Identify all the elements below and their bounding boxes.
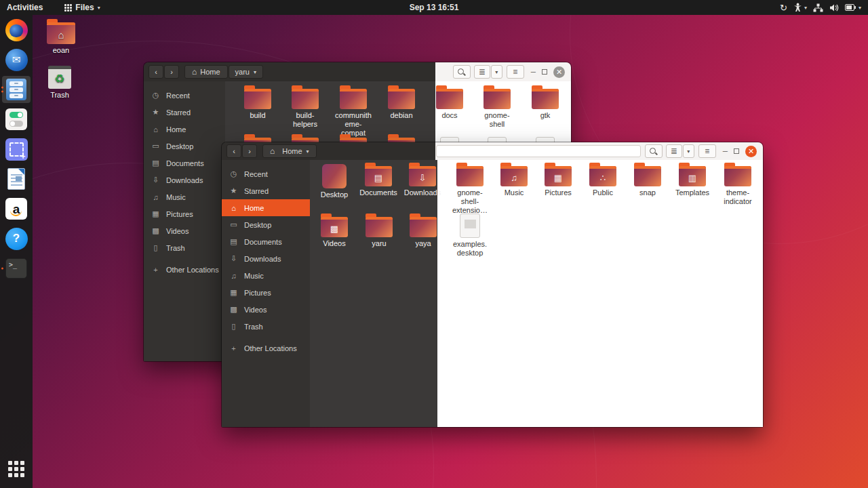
files-icon <box>6 79 26 100</box>
dock-item-terminal[interactable]: >_ <box>0 253 33 283</box>
accessibility-menu[interactable]: ▾ <box>793 3 807 12</box>
file-item[interactable]: Desktop <box>313 161 356 199</box>
menu-button[interactable]: ≡ <box>698 144 716 158</box>
path-button-home[interactable]: ⌂ Home ▾ <box>262 144 317 158</box>
dock-item-amazon[interactable]: a <box>0 194 33 224</box>
sidebar-item-pictures[interactable]: ▦Pictures <box>144 205 225 222</box>
dock-item-libreoffice-writer[interactable] <box>0 164 33 194</box>
maximize-button[interactable] <box>542 69 547 75</box>
location-bar[interactable] <box>436 145 641 157</box>
desktop-icon-trash[interactable]: ♻ Trash <box>39 63 80 99</box>
sidebar-item-music[interactable]: ♫Music <box>222 267 310 284</box>
trash-icon: ▯ <box>229 322 238 331</box>
file-item[interactable]: yaru <box>357 212 401 248</box>
sidebar-item-recent[interactable]: ◷Recent <box>222 165 310 182</box>
network-icon[interactable] <box>813 3 823 12</box>
places-sidebar: ◷Recent ★Starred ⌂Home ▭Desktop ▤Documen… <box>222 160 310 427</box>
file-item[interactable]: ♫Music <box>492 161 536 197</box>
sidebar-item-desktop[interactable]: ▭Desktop <box>144 138 225 155</box>
dock-item-firefox[interactable] <box>0 15 33 45</box>
file-item[interactable]: ⇩Downloads <box>401 161 444 197</box>
file-item[interactable]: gnome- shell- extensio… <box>448 161 492 215</box>
file-item[interactable]: gnome- shell <box>475 84 519 129</box>
back-button[interactable]: ‹ <box>226 144 241 158</box>
search-button[interactable] <box>453 65 471 79</box>
tweaks-icon <box>5 108 27 130</box>
path-button-home[interactable]: ⌂ Home <box>184 65 228 79</box>
path-button-current[interactable]: yaru ▾ <box>229 65 263 79</box>
sidebar-item-starred[interactable]: ★Starred <box>144 104 225 121</box>
sidebar-item-home[interactable]: ⌂Home <box>222 199 310 216</box>
forward-button[interactable]: › <box>242 144 257 158</box>
header-bar: ‹ › ⌂ Home yaru ▾ ≣ ▾ ≡ – ✕ <box>144 62 571 81</box>
view-list-button[interactable]: ≣ <box>474 65 490 79</box>
file-item[interactable]: examples. desktop <box>448 211 492 258</box>
close-button[interactable]: ✕ <box>745 146 757 157</box>
menu-button[interactable]: ≡ <box>507 65 524 79</box>
sidebar-item-videos[interactable]: ▩Videos <box>222 301 310 318</box>
battery-menu[interactable]: ▾ <box>845 4 861 11</box>
plus-icon: + <box>229 344 238 352</box>
dock-item-screenshot-tool[interactable] <box>0 134 33 164</box>
sidebar-item-downloads[interactable]: ⇩Downloads <box>144 171 225 188</box>
sidebar-item-other-locations[interactable]: +Other Locations <box>222 340 310 357</box>
file-item[interactable]: build- helpers <box>283 84 327 129</box>
sidebar-item-documents[interactable]: ▤Documents <box>222 233 310 250</box>
sidebar-item-music[interactable]: ♫Music <box>144 188 225 205</box>
system-tray[interactable]: ↻ ▾ ▾ <box>780 0 865 15</box>
desktop-icon-eoan[interactable]: ⌂ eoan <box>41 18 81 54</box>
file-item[interactable]: yaya <box>401 212 445 248</box>
sidebar-item-trash[interactable]: ▯Trash <box>144 239 225 256</box>
app-menu[interactable]: Files ▾ <box>58 0 106 15</box>
sidebar-item-trash[interactable]: ▯Trash <box>222 318 310 335</box>
sidebar-item-videos[interactable]: ▩Videos <box>144 222 225 239</box>
folder-icon: ⇩ <box>409 166 436 186</box>
forward-button[interactable]: › <box>164 65 179 79</box>
volume-icon[interactable] <box>829 3 839 12</box>
sidebar-item-other-locations[interactable]: +Other Locations <box>144 261 225 278</box>
sidebar-item-recent[interactable]: ◷Recent <box>144 87 225 104</box>
star-icon: ★ <box>229 186 238 195</box>
view-options-button[interactable]: ▾ <box>683 144 694 158</box>
header-bar: ‹ › ⌂ Home ▾ ≣ ▾ ≡ – ✕ <box>222 142 763 160</box>
file-item[interactable]: debian <box>380 84 423 120</box>
file-item[interactable]: build <box>236 84 279 120</box>
sidebar-item-starred[interactable]: ★Starred <box>222 182 310 199</box>
sidebar-item-desktop[interactable]: ▭Desktop <box>222 216 310 233</box>
maximize-button[interactable] <box>734 148 739 154</box>
search-button[interactable] <box>645 144 663 158</box>
file-item[interactable]: theme- indicator <box>716 161 760 206</box>
activities-button[interactable]: Activities <box>0 0 50 15</box>
sidebar-item-pictures[interactable]: ▦Pictures <box>222 284 310 301</box>
folder-icon <box>484 89 511 109</box>
hamburger-icon: ≡ <box>705 146 709 156</box>
back-button[interactable]: ‹ <box>149 65 163 79</box>
file-item[interactable]: snap <box>626 161 669 197</box>
clock[interactable]: Sep 13 16:51 <box>410 3 459 12</box>
dock-item-tweaks[interactable] <box>0 104 33 134</box>
file-item[interactable]: ▥Templates <box>671 161 714 197</box>
close-button[interactable]: ✕ <box>553 66 565 78</box>
file-item[interactable]: docs <box>428 84 471 120</box>
folder-icon <box>456 166 484 186</box>
folder-icon <box>634 166 661 186</box>
dock-item-thunderbird[interactable]: ✉ <box>0 45 33 75</box>
show-applications-button[interactable] <box>0 454 33 484</box>
file-item[interactable]: gtk <box>524 84 567 120</box>
sidebar-item-documents[interactable]: ▤Documents <box>144 155 225 171</box>
help-icon: ? <box>5 228 28 250</box>
view-list-button[interactable]: ≣ <box>666 144 682 158</box>
sidebar-item-home[interactable]: ⌂Home <box>144 121 225 138</box>
show-applications-icon <box>8 461 24 477</box>
file-item[interactable]: ▩Videos <box>313 212 356 248</box>
view-options-button[interactable]: ▾ <box>491 65 502 79</box>
dock-item-files[interactable] <box>0 75 33 104</box>
file-item[interactable]: communith eme- compat <box>332 84 375 138</box>
file-item[interactable]: ▦Pictures <box>536 161 580 197</box>
pictures-icon: ▦ <box>151 209 160 218</box>
file-item[interactable]: ▤Documents <box>357 161 400 197</box>
folder-icon <box>532 89 559 109</box>
sidebar-item-downloads[interactable]: ⇩Downloads <box>222 250 310 267</box>
dock-item-help[interactable]: ? <box>0 224 33 253</box>
file-item[interactable]: ∴Public <box>581 161 625 197</box>
